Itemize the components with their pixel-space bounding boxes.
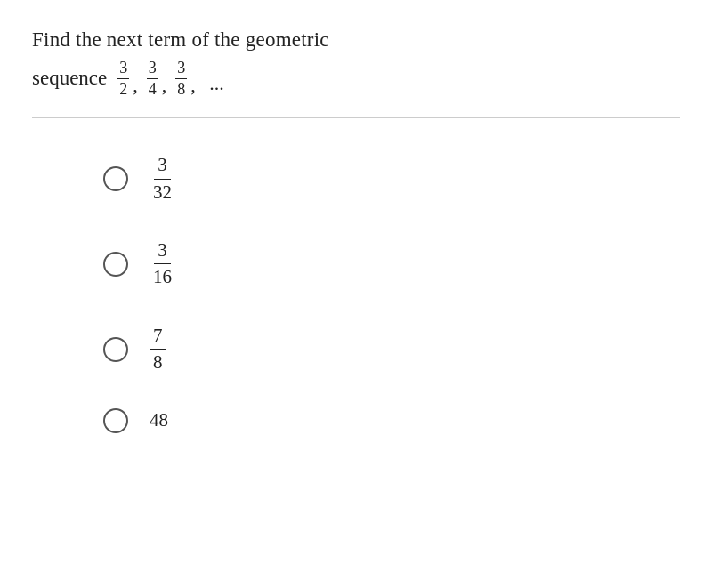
radio-a[interactable] [103,166,128,191]
question-container: Find the next term of the geometric sequ… [0,0,712,458]
radio-d[interactable] [103,408,128,433]
option-c-label: 7 8 [150,323,166,376]
fraction-1-numerator: 3 [117,58,129,79]
options-container: 3 32 3 16 7 8 [32,127,680,457]
option-a-label: 3 32 [150,152,175,205]
option-c-fraction: 7 8 [150,323,166,376]
option-d-value: 48 [150,409,168,431]
option-a-denominator: 32 [150,180,175,205]
option-a-fraction: 3 32 [150,152,175,205]
option-d-label: 48 [150,409,168,431]
question-text: Find the next term of the geometric sequ… [32,25,680,100]
radio-c[interactable] [103,337,128,362]
option-c[interactable]: 7 8 [103,307,609,392]
option-a-numerator: 3 [154,152,171,179]
fraction-3-numerator: 3 [175,58,187,79]
question-line1: Find the next term of the geometric [32,25,680,56]
option-b[interactable]: 3 16 [103,222,609,307]
fraction-3: 3 8 [175,58,187,101]
fraction-2-numerator: 3 [147,58,158,79]
option-b-fraction: 3 16 [150,238,175,291]
comma-1: , [133,70,138,100]
divider [32,117,680,118]
fraction-3-denominator: 8 [175,79,187,100]
fraction-2: 3 4 [147,58,158,101]
option-a[interactable]: 3 32 [103,136,609,222]
option-c-denominator: 8 [150,350,166,375]
option-b-numerator: 3 [154,238,171,264]
radio-b[interactable] [103,252,128,277]
option-d[interactable]: 48 [103,392,609,449]
ellipsis: ... [205,68,224,98]
option-c-numerator: 7 [150,323,166,350]
fraction-2-denominator: 4 [147,79,158,100]
option-b-label: 3 16 [150,238,175,291]
sequence-label: sequence [32,63,107,94]
fraction-1: 3 2 [117,58,129,101]
option-b-denominator: 16 [150,264,175,290]
question-line2: sequence 3 2 , 3 4 , 3 8 , ... [32,58,224,101]
fraction-1-denominator: 2 [117,79,129,100]
comma-3: , [190,70,196,100]
comma-2: , [162,70,167,100]
